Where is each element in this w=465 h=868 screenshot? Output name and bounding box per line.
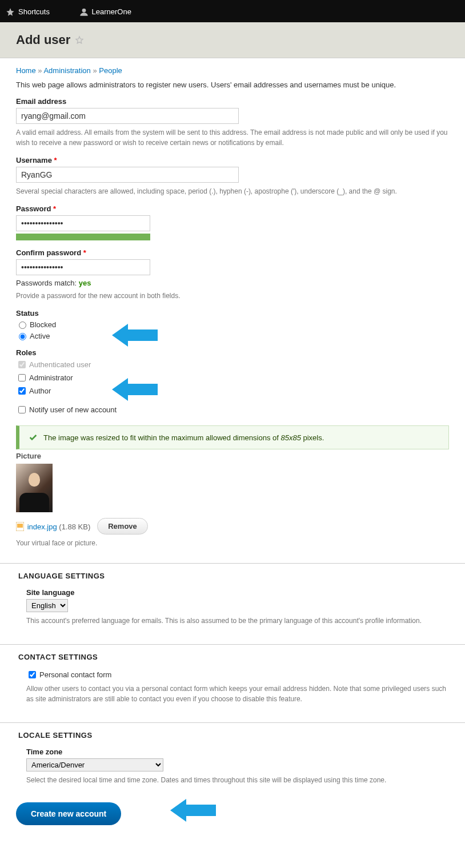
- picture-filesize: (1.88 KB): [59, 523, 90, 531]
- breadcrumb-admin[interactable]: Administration: [43, 66, 90, 75]
- personal-contact-checkbox[interactable]: [29, 671, 36, 678]
- site-language-select[interactable]: English: [26, 599, 68, 612]
- role-author-label: Author: [29, 387, 51, 395]
- confirm-help: Provide a password for the new account i…: [16, 291, 449, 301]
- page-title-text: Add user: [16, 33, 70, 47]
- annotation-arrow-submit: [170, 799, 216, 822]
- password-field[interactable]: [16, 215, 150, 231]
- timezone-label: Time zone: [26, 748, 449, 756]
- status-blocked-label: Blocked: [30, 320, 56, 329]
- picture-thumbnail: [16, 464, 53, 512]
- site-language-help: This account's preferred language for em…: [26, 616, 449, 626]
- checkmark-icon: [29, 433, 38, 442]
- personal-contact-label: Personal contact form: [39, 670, 111, 679]
- role-author-checkbox[interactable]: [18, 387, 26, 395]
- role-authenticated-label: Authenticated user: [29, 360, 91, 369]
- picture-help: Your virtual face or picture.: [16, 538, 449, 548]
- user-icon: [79, 7, 89, 17]
- email-label: Email address: [16, 97, 449, 106]
- status-legend: Status: [16, 309, 449, 318]
- confirm-password-label: Confirm password *: [16, 248, 449, 257]
- password-label: Password *: [16, 204, 449, 213]
- star-icon: [6, 7, 15, 17]
- language-settings-legend: LANGUAGE SETTINGS: [18, 572, 449, 580]
- confirm-password-field[interactable]: [16, 259, 150, 275]
- breadcrumb: Home » Administration » People: [16, 66, 449, 75]
- timezone-help: Select the desired local time and time z…: [26, 775, 449, 785]
- site-language-label: Site language: [26, 588, 449, 597]
- notify-label: Notify user of new account: [29, 405, 117, 414]
- username-label: Username *: [16, 156, 449, 164]
- status-active-radio[interactable]: [19, 333, 26, 340]
- shortcuts-link[interactable]: Shortcuts: [6, 1, 63, 23]
- email-help: A valid email address. All emails from t…: [16, 127, 449, 148]
- breadcrumb-people[interactable]: People: [99, 66, 122, 75]
- notify-checkbox[interactable]: [18, 406, 26, 413]
- user-menu[interactable]: LearnerOne: [79, 1, 145, 23]
- roles-legend: Roles: [16, 348, 449, 357]
- image-resize-message: The image was resized to fit within the …: [16, 425, 449, 449]
- picture-filename-link[interactable]: index.jpg: [27, 523, 57, 531]
- user-label: LearnerOne: [92, 1, 131, 23]
- role-administrator-checkbox[interactable]: [18, 374, 26, 381]
- file-icon: [16, 522, 24, 531]
- create-account-button[interactable]: Create new account: [16, 802, 121, 825]
- contact-help: Allow other users to contact you via a p…: [26, 684, 449, 704]
- password-match: Passwords match: yes: [16, 279, 449, 287]
- picture-label: Picture: [16, 452, 449, 460]
- intro-text: This web page allows administrators to r…: [16, 81, 449, 89]
- breadcrumb-home[interactable]: Home: [16, 66, 36, 75]
- page-title: Add user: [16, 33, 454, 47]
- shortcuts-label: Shortcuts: [18, 1, 50, 23]
- username-field[interactable]: [16, 167, 239, 183]
- annotation-arrow-status: [112, 324, 158, 347]
- status-active-label: Active: [30, 332, 50, 340]
- annotation-arrow-roles: [112, 378, 158, 401]
- admin-toolbar: Shortcuts LearnerOne: [0, 0, 465, 22]
- status-blocked-radio[interactable]: [19, 322, 26, 329]
- svg-rect-2: [17, 524, 23, 528]
- timezone-select[interactable]: America/Denver: [26, 758, 163, 771]
- svg-point-0: [82, 9, 86, 13]
- contact-settings-legend: CONTACT SETTINGS: [18, 653, 449, 661]
- page-header: Add user: [0, 22, 465, 58]
- role-authenticated-checkbox: [18, 361, 26, 368]
- star-outline-icon[interactable]: [75, 35, 84, 45]
- role-administrator-label: Administrator: [29, 373, 73, 382]
- locale-settings-legend: LOCALE SETTINGS: [18, 731, 449, 740]
- remove-picture-button[interactable]: Remove: [97, 518, 148, 535]
- username-help: Several special characters are allowed, …: [16, 186, 449, 196]
- password-strength-bar: [16, 234, 150, 240]
- email-field[interactable]: [16, 108, 239, 124]
